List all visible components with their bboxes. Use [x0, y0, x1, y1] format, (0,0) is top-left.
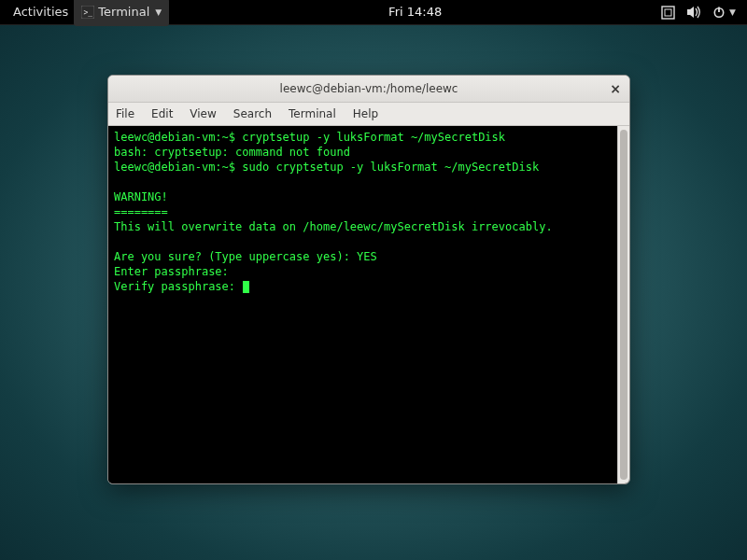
menubar: File Edit View Search Terminal Help: [108, 103, 629, 126]
svg-text:>_: >_: [84, 8, 93, 17]
volume-icon[interactable]: [686, 6, 701, 19]
terminal-cursor: [243, 281, 249, 293]
gnome-topbar: Activities >_ Terminal ▼ Fri 14:48: [0, 0, 747, 24]
menu-file[interactable]: File: [116, 107, 134, 120]
close-button[interactable]: ×: [607, 80, 624, 97]
close-icon: ×: [610, 81, 621, 96]
menu-search[interactable]: Search: [233, 107, 272, 120]
window-titlebar[interactable]: leewc@debian-vm:/home/leewc ×: [108, 76, 629, 103]
menu-view[interactable]: View: [190, 107, 216, 120]
terminal-window: leewc@debian-vm:/home/leewc × File Edit …: [107, 75, 630, 484]
svg-rect-3: [665, 9, 671, 16]
clock[interactable]: Fri 14:48: [383, 0, 447, 24]
active-app-indicator[interactable]: >_ Terminal ▼: [74, 0, 169, 26]
terminal-output[interactable]: leewc@debian-vm:~$ cryptsetup -y luksFor…: [108, 126, 617, 483]
window-title: leewc@debian-vm:/home/leewc: [280, 82, 458, 95]
chevron-down-icon: ▼: [155, 0, 162, 24]
accessibility-icon[interactable]: [661, 6, 675, 20]
active-app-label: Terminal: [98, 0, 149, 24]
menu-terminal[interactable]: Terminal: [289, 107, 336, 120]
menu-edit[interactable]: Edit: [151, 107, 173, 120]
power-icon[interactable]: ▼: [712, 6, 736, 19]
desktop: Activities >_ Terminal ▼ Fri 14:48: [0, 0, 747, 560]
terminal-app-icon: >_: [81, 6, 94, 19]
scrollbar[interactable]: [617, 126, 629, 483]
scrollbar-thumb[interactable]: [620, 130, 627, 480]
menu-help[interactable]: Help: [353, 107, 378, 120]
svg-marker-4: [687, 7, 694, 18]
terminal-body: leewc@debian-vm:~$ cryptsetup -y luksFor…: [108, 126, 629, 483]
svg-rect-2: [662, 7, 674, 19]
chevron-down-icon: ▼: [729, 7, 736, 17]
activities-button[interactable]: Activities: [7, 0, 74, 24]
